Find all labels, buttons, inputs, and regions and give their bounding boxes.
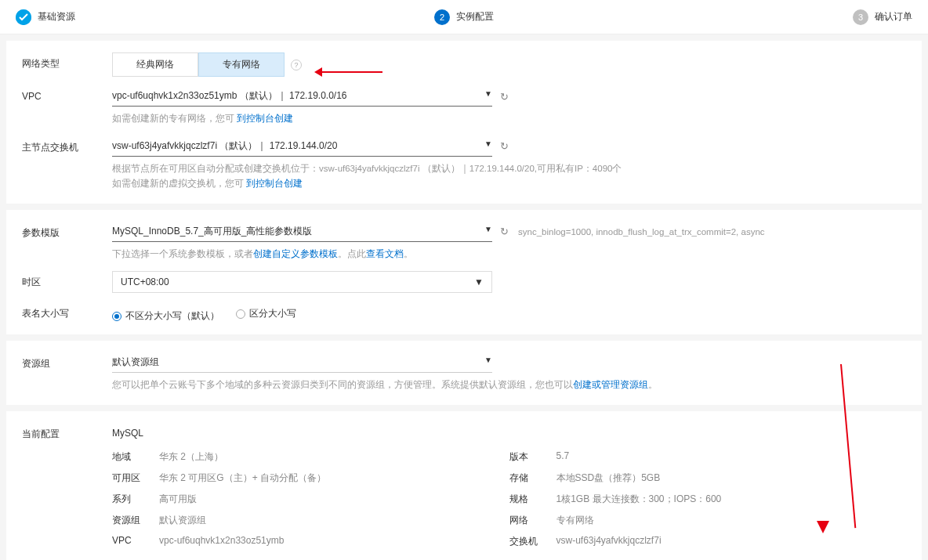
template-hint: 下拉选择一个系统参数模板，或者 — [112, 249, 253, 258]
tablecase-insensitive-radio[interactable]: 不区分大小写（默认） — [112, 309, 219, 323]
radio-icon — [236, 309, 245, 319]
step-number-icon: 2 — [434, 9, 450, 25]
cfg-series-v: 高可用版 — [159, 493, 509, 506]
template-hint-suf: 。 — [404, 249, 413, 258]
timezone-value: UTC+08:00 — [121, 276, 169, 287]
caret-down-icon: ▼ — [484, 356, 492, 369]
caret-down-icon: ▼ — [484, 225, 492, 238]
panel-params: 参数模版 MySQL_InnoDB_5.7_高可用版_高性能参数模版 ▼ ↻ s… — [6, 210, 922, 335]
template-select-value: MySQL_InnoDB_5.7_高可用版_高性能参数模版 — [112, 225, 312, 238]
network-classic-button[interactable]: 经典网络 — [112, 52, 198, 77]
check-icon — [16, 9, 31, 25]
label-tablecase: 表名大小写 — [22, 302, 112, 320]
tablecase-sensitive-radio[interactable]: 区分大小写 — [236, 307, 296, 320]
step-number-icon: 3 — [853, 9, 868, 25]
help-icon[interactable]: ? — [291, 60, 302, 70]
cfg-vpc-v: vpc-uf6uqhvk1x2n33oz51ymb — [159, 535, 509, 546]
panel-network: 网络类型 经典网络 专有网络 ? VPC vpc-uf6uqhvk1x2n33o… — [6, 41, 922, 204]
step-label: 确认订单 — [875, 10, 912, 23]
resgroup-select[interactable]: 默认资源组 ▼ — [112, 352, 492, 373]
cfg-region-v: 华东 2（上海） — [159, 450, 509, 464]
vpc-select-value: vpc-uf6uqhvk1x2n33oz51ymb （默认）｜ 172.19.0… — [112, 89, 347, 103]
vpc-hint: 如需创建新的专有网络，您可 — [112, 114, 234, 123]
vswitch-select-value: vsw-uf63j4yafvkkjqczlzf7i （默认）｜ 172.19.1… — [112, 139, 337, 153]
step-instance[interactable]: 2 实例配置 — [434, 9, 494, 25]
timezone-select[interactable]: UTC+08:00 ▼ — [112, 271, 492, 293]
vswitch-create-link[interactable]: 到控制台创建 — [246, 179, 303, 188]
cfg-zone-v: 华东 2 可用区G（主）+ 自动分配（备） — [159, 471, 509, 485]
cfg-spec-k: 规格 — [509, 493, 556, 506]
resgroup-hint: 您可以把单个云账号下多个地域的多种云资源归类到不同的资源组，方便管理。系统提供默… — [112, 380, 573, 389]
step-confirm[interactable]: 3 确认订单 — [853, 9, 912, 25]
cfg-region-k: 地域 — [112, 450, 159, 464]
cfg-stor-v: 本地SSD盘（推荐）5GB — [556, 471, 907, 485]
template-select[interactable]: MySQL_InnoDB_5.7_高可用版_高性能参数模版 ▼ — [112, 222, 492, 242]
refresh-icon[interactable]: ↻ — [500, 91, 509, 103]
template-side-text: sync_binlog=1000, innodb_flush_log_at_tr… — [518, 227, 765, 237]
cfg-ver-v: 5.7 — [556, 450, 907, 464]
cfg-rg-k: 资源组 — [112, 514, 159, 527]
cfg-net-v: 专有网络 — [556, 514, 907, 527]
panel-current-config: 当前配置 MySQL 地域华东 2（上海） 可用区华东 2 可用区G（主）+ 自… — [6, 411, 922, 560]
template-create-link[interactable]: 创建自定义参数模板 — [253, 249, 338, 258]
label-timezone: 时区 — [22, 271, 112, 289]
resgroup-manage-link[interactable]: 创建或管理资源组 — [573, 380, 648, 389]
label-current: 当前配置 — [22, 423, 112, 441]
cfg-stor-k: 存储 — [509, 471, 556, 485]
radio-label: 区分大小写 — [249, 307, 296, 320]
network-vpc-button[interactable]: 专有网络 — [198, 52, 285, 77]
caret-down-icon: ▼ — [474, 276, 484, 287]
template-doc-link[interactable]: 查看文档 — [366, 249, 404, 258]
vpc-select[interactable]: vpc-uf6uqhvk1x2n33oz51ymb （默认）｜ 172.19.0… — [112, 86, 492, 107]
cfg-net-k: 网络 — [509, 514, 556, 527]
refresh-icon[interactable]: ↻ — [500, 226, 509, 237]
label-network-type: 网络类型 — [22, 52, 112, 70]
refresh-icon[interactable]: ↻ — [500, 140, 509, 152]
cfg-rg-v: 默认资源组 — [159, 514, 509, 527]
current-product: MySQL — [112, 423, 906, 439]
resgroup-value: 默认资源组 — [112, 356, 159, 369]
cfg-spec-v: 1核1GB 最大连接数：300；IOPS：600 — [556, 493, 907, 506]
label-resgroup: 资源组 — [22, 352, 112, 370]
cfg-ver-k: 版本 — [509, 450, 556, 464]
radio-label: 不区分大小写（默认） — [125, 309, 219, 323]
caret-down-icon: ▼ — [484, 139, 492, 153]
resgroup-hint-suf: 。 — [648, 380, 658, 389]
vswitch-select[interactable]: vsw-uf63j4yafvkkjqczlzf7i （默认）｜ 172.19.1… — [112, 136, 492, 157]
cfg-zone-k: 可用区 — [112, 471, 159, 485]
step-bar: 基础资源 2 实例配置 3 确认订单 — [0, 0, 928, 34]
step-label: 实例配置 — [456, 10, 494, 23]
step-basic[interactable]: 基础资源 — [16, 9, 75, 25]
label-template: 参数模版 — [22, 222, 112, 240]
cfg-series-k: 系列 — [112, 493, 159, 506]
vswitch-hint1: 根据节点所在可用区自动分配或创建交换机位于：vsw-uf63j4yafvkkjq… — [112, 161, 906, 177]
panel-resource-group: 资源组 默认资源组 ▼ 您可以把单个云账号下多个地域的多种云资源归类到不同的资源… — [6, 341, 922, 405]
cfg-vsw-k: 交换机 — [509, 535, 556, 548]
radio-icon — [112, 312, 121, 321]
vswitch-hint2: 如需创建新的虚拟交换机，您可 — [112, 179, 244, 188]
caret-down-icon: ▼ — [484, 89, 492, 103]
step-label: 基础资源 — [38, 10, 75, 23]
template-hint-mid: 。点此 — [338, 249, 366, 258]
label-vpc: VPC — [22, 86, 112, 102]
cfg-vpc-k: VPC — [112, 535, 159, 546]
vpc-create-link[interactable]: 到控制台创建 — [237, 114, 293, 123]
label-vswitch: 主节点交换机 — [22, 136, 112, 154]
cfg-vsw-v: vsw-uf63j4yafvkkjqczlzf7i — [556, 535, 907, 548]
